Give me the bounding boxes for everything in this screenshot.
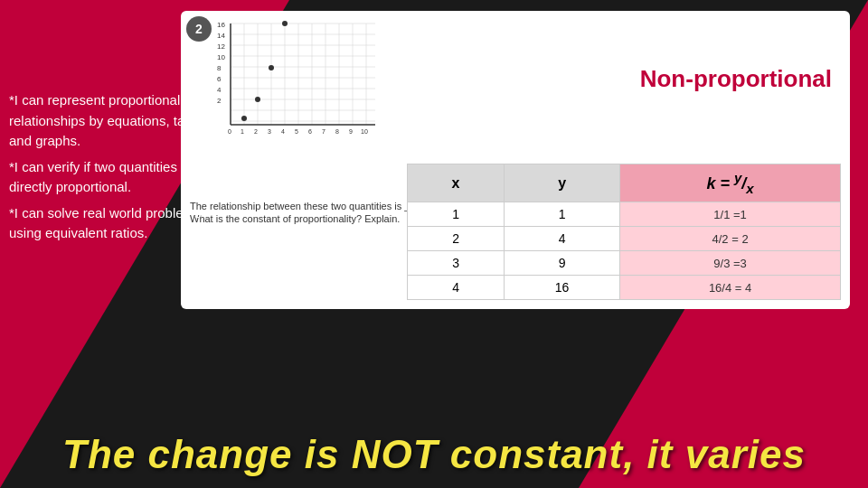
table-row: 399/3 =3 <box>408 251 841 276</box>
svg-text:0: 0 <box>228 128 231 135</box>
cell-k: 4/2 = 2 <box>620 227 841 251</box>
graph-area: 16 14 12 10 8 6 4 2 <box>217 16 384 179</box>
non-proportional-label: Non-proportional <box>640 65 832 93</box>
cell-y: 1 <box>505 202 620 227</box>
svg-text:14: 14 <box>217 32 225 40</box>
svg-point-42 <box>241 116 247 121</box>
svg-text:8: 8 <box>217 64 222 72</box>
cell-y: 16 <box>505 276 620 300</box>
svg-text:10: 10 <box>361 128 368 135</box>
cell-x: 4 <box>408 276 505 300</box>
svg-text:6: 6 <box>308 128 312 135</box>
table-body: 111/1 =1244/2 = 2399/3 =341616/4 = 4 <box>408 202 841 300</box>
col-header-k: k = y/x <box>620 164 841 202</box>
learning-target-1: *I can represent proportional relationsh… <box>9 90 217 152</box>
svg-text:2: 2 <box>217 97 222 105</box>
table-header-row: x y k = y/x <box>408 164 841 202</box>
cell-k: 9/3 =3 <box>620 251 841 276</box>
learning-target-3: *I can solve real world problems using e… <box>9 203 217 244</box>
svg-text:8: 8 <box>335 128 339 135</box>
svg-text:3: 3 <box>268 128 271 135</box>
svg-text:5: 5 <box>295 128 298 135</box>
svg-text:7: 7 <box>322 128 326 135</box>
svg-point-45 <box>282 21 288 26</box>
svg-point-43 <box>255 97 260 102</box>
table-row: 111/1 =1 <box>408 202 841 227</box>
table-row: 244/2 = 2 <box>408 227 841 251</box>
cell-y: 4 <box>505 227 620 251</box>
svg-text:4: 4 <box>217 86 222 94</box>
problem-number-badge: 2 <box>186 16 212 42</box>
cell-x: 1 <box>408 202 505 227</box>
cell-k: 16/4 = 4 <box>620 276 841 300</box>
svg-text:6: 6 <box>217 75 222 83</box>
cell-x: 2 <box>408 227 505 251</box>
left-panel: *I can represent proportional relationsh… <box>9 90 217 249</box>
content-card: 2 16 14 12 10 8 6 4 2 <box>181 11 850 309</box>
bottom-caption: The change is NOT constant, it varies <box>0 432 868 477</box>
learning-target-2: *I can verify if two quantities are dire… <box>9 157 217 198</box>
cell-x: 3 <box>408 251 505 276</box>
svg-point-44 <box>269 65 274 70</box>
svg-text:4: 4 <box>281 128 285 135</box>
table-row: 41616/4 = 4 <box>408 276 841 300</box>
cell-k: 1/1 =1 <box>620 202 841 227</box>
svg-text:10: 10 <box>217 53 225 61</box>
svg-text:12: 12 <box>217 42 225 51</box>
svg-text:1: 1 <box>241 128 244 135</box>
graph-svg: 16 14 12 10 8 6 4 2 <box>217 16 384 179</box>
values-table: x y k = y/x 111/1 =1244/2 = 2399/3 =3416… <box>407 164 841 300</box>
col-header-x: x <box>408 164 505 202</box>
col-header-y: y <box>505 164 620 202</box>
data-table-container: x y k = y/x 111/1 =1244/2 = 2399/3 =3416… <box>407 164 841 300</box>
svg-text:9: 9 <box>349 128 353 135</box>
svg-text:2: 2 <box>254 128 258 135</box>
svg-text:16: 16 <box>217 21 225 29</box>
cell-y: 9 <box>505 251 620 276</box>
